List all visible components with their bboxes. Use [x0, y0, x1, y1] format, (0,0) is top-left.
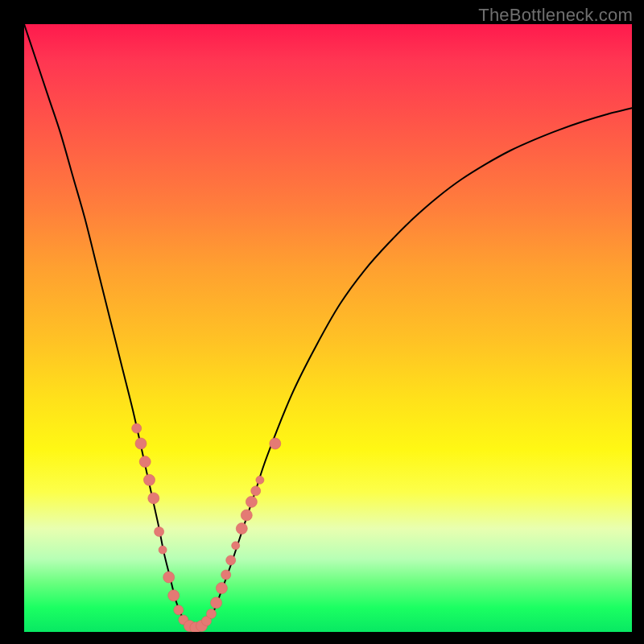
data-point: [236, 523, 247, 535]
data-point: [270, 438, 281, 449]
bottleneck-curve: [24, 24, 632, 628]
data-point: [148, 493, 159, 504]
data-point: [174, 605, 184, 615]
data-point: [132, 423, 142, 433]
data-point: [135, 438, 147, 449]
data-point: [241, 510, 252, 521]
watermark-text: TheBottleneck.com: [478, 5, 633, 26]
data-point: [246, 496, 257, 507]
data-point: [207, 609, 217, 618]
data-point: [155, 526, 164, 536]
data-point: [251, 486, 261, 496]
data-point: [232, 542, 240, 550]
data-point: [221, 570, 231, 580]
data-point: [163, 572, 175, 583]
data-point: [159, 546, 167, 554]
plot-area: [24, 24, 632, 632]
data-point: [144, 474, 155, 485]
data-point: [256, 476, 264, 484]
chart-frame: TheBottleneck.com: [0, 0, 644, 644]
data-points-group: [132, 423, 281, 632]
data-point: [168, 590, 180, 601]
chart-svg: [24, 24, 632, 632]
data-point: [139, 456, 151, 468]
data-point: [216, 583, 227, 594]
data-point: [226, 555, 236, 565]
data-point: [211, 597, 222, 609]
